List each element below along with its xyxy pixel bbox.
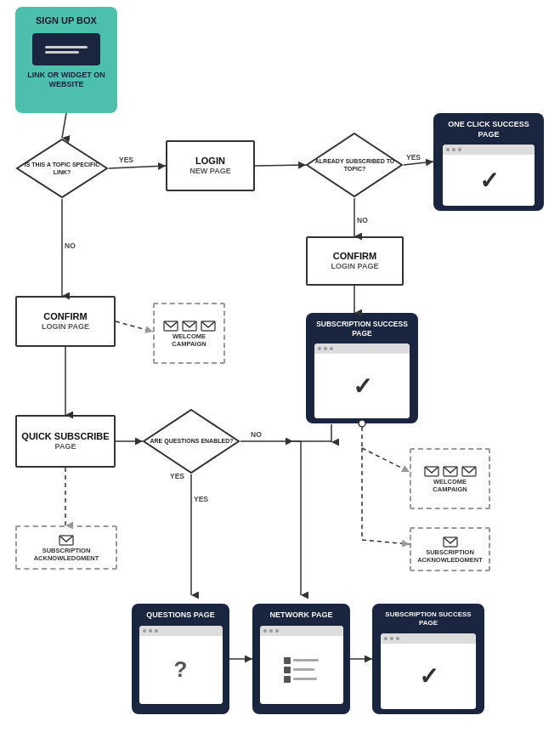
login-sub-label: NEW PAGE xyxy=(189,167,230,176)
diamond-subscribed: ALREADY SUBSCRIBED TO TOPIC? xyxy=(306,132,404,198)
diamond2-text: ALREADY SUBSCRIBED TO TOPIC? xyxy=(306,157,404,173)
svg-text:YES: YES xyxy=(119,156,133,164)
confirm-lower-main: CONFIRM xyxy=(43,311,87,322)
welcome-campaign-lower: WELCOMECAMPAIGN xyxy=(410,448,490,509)
email-icons-lower xyxy=(424,465,477,476)
svg-line-16 xyxy=(109,166,166,168)
subscription-success-upper: SUBSCRIPTION SUCCESS PAGE ✓ xyxy=(306,313,418,423)
svg-line-39 xyxy=(362,540,410,544)
subscription-ack-lower: SUBSCRIPTIONACKNOWLEDGMENT xyxy=(15,525,117,570)
questions-page-title: QUESTIONS PAGE xyxy=(146,610,214,621)
envelope-icon-2 xyxy=(182,320,197,331)
diamond-topic-specific: IS THIS A TOPIC SPECIFIC LINK? xyxy=(15,138,109,199)
login-main-label: LOGIN xyxy=(195,156,225,167)
welcome-campaign-upper: WELCOMECAMPAIGN xyxy=(153,303,225,364)
svg-line-18 xyxy=(255,165,306,166)
email-icons-ack-upper xyxy=(443,536,458,547)
svg-line-37 xyxy=(362,448,410,472)
svg-text:NO: NO xyxy=(65,241,76,250)
signup-widget xyxy=(32,33,100,65)
svg-line-15 xyxy=(62,113,66,138)
quick-subscribe-main: QUICK SUBSCRIBE xyxy=(21,431,109,442)
subscription-success-bottom-card: SUBSCRIPTION SUCCESS PAGE ✓ xyxy=(372,604,484,714)
svg-text:NO: NO xyxy=(251,430,262,439)
network-page-title: NETWORK PAGE xyxy=(270,610,333,621)
svg-line-26 xyxy=(116,321,153,332)
quick-subscribe-node: QUICK SUBSCRIBE PAGE xyxy=(15,415,116,468)
svg-line-19 xyxy=(404,162,433,165)
confirm-lower-sub: LOGIN PAGE xyxy=(42,322,89,332)
welcome-campaign-upper-label: WELCOMECAMPAIGN xyxy=(172,332,206,348)
confirm-login-lower: CONFIRM LOGIN PAGE xyxy=(15,296,116,347)
welcome-campaign-lower-label: WELCOMECAMPAIGN xyxy=(433,478,467,493)
email-icons-upper xyxy=(163,320,216,331)
login-node: LOGIN NEW PAGE xyxy=(166,140,255,191)
envelope-icon-3 xyxy=(201,320,216,331)
subscription-ack-upper-label: SUBSCRIPTIONACKNOWLEDGMENT xyxy=(417,548,483,564)
envelope-icon-8 xyxy=(59,534,74,545)
diamond3-text: ARE QUESTIONS ENABLED? xyxy=(150,437,233,445)
envelope-icon-1 xyxy=(163,320,178,331)
subscription-ack-lower-label: SUBSCRIPTIONACKNOWLEDGMENT xyxy=(34,547,99,562)
envelope-icon-5 xyxy=(443,465,458,476)
email-icons-ack-lower xyxy=(59,534,74,545)
envelope-icon-7 xyxy=(443,536,458,547)
confirm-login-upper: CONFIRM LOGIN PAGE xyxy=(306,236,404,286)
one-click-title: ONE CLICK SUCCESS PAGE xyxy=(438,120,539,139)
svg-text:NO: NO xyxy=(357,216,368,224)
signup-box: SIGN UP BOX LINK OR WIDGET ON WEBSITE xyxy=(15,7,117,113)
quick-subscribe-sub: PAGE xyxy=(55,442,76,451)
confirm-upper-main: CONFIRM xyxy=(333,251,376,262)
envelope-icon-4 xyxy=(424,465,439,476)
one-click-success-card: ONE CLICK SUCCESS PAGE ✓ xyxy=(433,113,544,211)
svg-text:YES: YES xyxy=(406,153,421,162)
envelope-icon-6 xyxy=(461,465,477,476)
subscription-ack-upper: SUBSCRIPTIONACKNOWLEDGMENT xyxy=(410,527,490,571)
network-page-card: NETWORK PAGE xyxy=(252,604,350,714)
diamond1-text: IS THIS A TOPIC SPECIFIC LINK? xyxy=(15,161,109,176)
signup-box-title: SIGN UP BOX xyxy=(36,15,97,26)
subscription-success-upper-title: SUBSCRIPTION SUCCESS PAGE xyxy=(311,320,413,338)
questions-page-card: QUESTIONS PAGE ? xyxy=(132,604,229,714)
diamond-questions-enabled: ARE QUESTIONS ENABLED? xyxy=(143,408,240,474)
flowchart-canvas: SIGN UP BOX LINK OR WIDGET ON WEBSITE IS… xyxy=(0,0,560,738)
signup-box-sublabel: LINK OR WIDGET ON WEBSITE xyxy=(22,71,110,89)
subscription-success-bottom-title: SUBSCRIPTION SUCCESS PAGE xyxy=(377,610,479,628)
confirm-upper-sub: LOGIN PAGE xyxy=(331,262,379,271)
svg-text:YES: YES xyxy=(194,495,208,503)
